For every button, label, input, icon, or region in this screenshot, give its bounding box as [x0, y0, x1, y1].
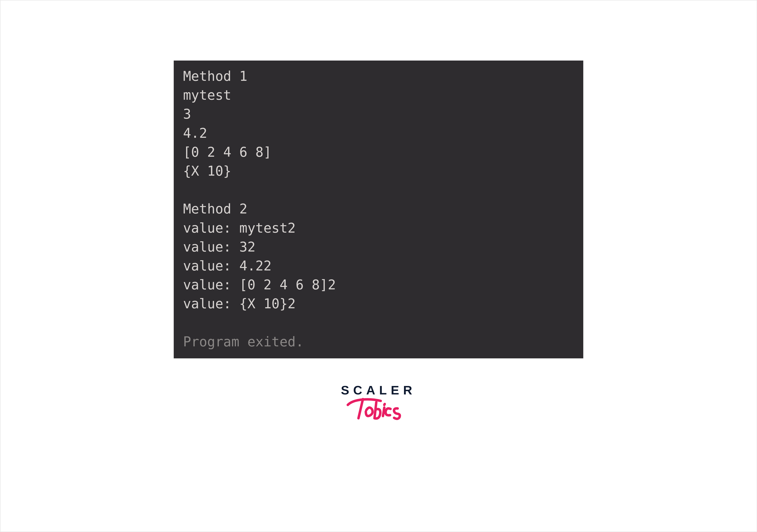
page-container: Method 1 mytest 3 4.2 [0 2 4 6 8] {X 10}… [0, 0, 757, 532]
topics-script-icon [345, 394, 412, 423]
terminal-lines: Method 1 mytest 3 4.2 [0 2 4 6 8] {X 10}… [183, 68, 336, 311]
logo-word-topics [345, 394, 412, 424]
terminal-output: Method 1 mytest 3 4.2 [0 2 4 6 8] {X 10}… [174, 61, 583, 359]
terminal-exit-line: Program exited. [183, 334, 304, 350]
scaler-topics-logo: SCALER [341, 384, 416, 424]
